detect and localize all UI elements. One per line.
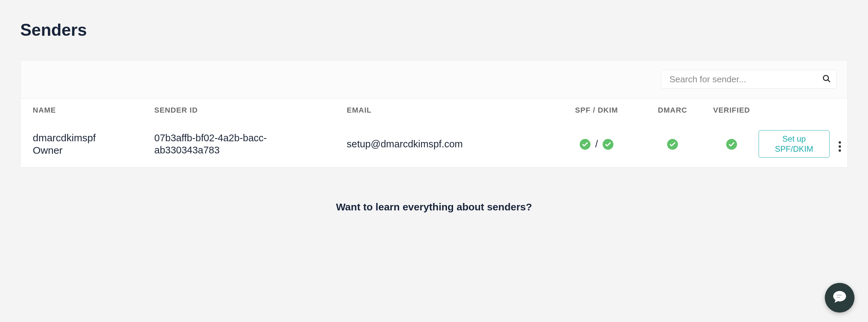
cell-verified: [705, 138, 759, 150]
col-header-email: EMAIL: [347, 106, 553, 115]
col-header-spfdkim: SPF / DKIM: [553, 106, 640, 115]
cell-name: dmarcdkimspf Owner: [33, 131, 154, 157]
check-circle-icon: [726, 139, 737, 150]
col-header-dmarc: DMARC: [640, 106, 705, 115]
table-header-row: NAME SENDER ID EMAIL SPF / DKIM DMARC VE…: [21, 98, 847, 122]
check-circle-icon: [603, 139, 613, 150]
col-header-verified: VERIFIED: [705, 106, 759, 115]
senders-card: NAME SENDER ID EMAIL SPF / DKIM DMARC VE…: [20, 60, 848, 168]
check-circle-icon: [667, 139, 678, 150]
sender-id-line: ab330343a783: [154, 144, 347, 156]
svg-rect-6: [837, 295, 842, 296]
cell-more: [830, 135, 848, 153]
learn-about-senders-link[interactable]: Want to learn everything about senders?: [20, 201, 848, 213]
table-row: dmarcdkimspf Owner 07b3affb-bf02-4a2b-ba…: [21, 122, 847, 167]
spf-dkim-separator: /: [595, 139, 598, 149]
cell-dmarc: [640, 138, 705, 150]
sender-role: Owner: [33, 144, 154, 157]
cell-email: setup@dmarcdkimspf.com: [347, 139, 553, 150]
search-wrap: [661, 70, 837, 89]
cell-action: Set up SPF/DKIM: [759, 130, 830, 158]
search-icon[interactable]: [822, 74, 831, 85]
chat-fab-button[interactable]: [825, 283, 854, 313]
svg-line-1: [828, 80, 830, 82]
page-title: Senders: [20, 20, 848, 40]
col-header-name: NAME: [33, 106, 154, 115]
svg-point-0: [823, 76, 828, 81]
search-input[interactable]: [661, 70, 837, 89]
cell-sender-id: 07b3affb-bf02-4a2b-bacc- ab330343a783: [154, 132, 347, 156]
svg-rect-7: [837, 297, 840, 298]
col-header-senderid: SENDER ID: [154, 106, 347, 115]
senders-table: NAME SENDER ID EMAIL SPF / DKIM DMARC VE…: [21, 98, 847, 167]
setup-spf-dkim-button[interactable]: Set up SPF/DKIM: [759, 130, 830, 158]
card-toolbar: [21, 60, 847, 98]
chat-bubble-icon: [832, 289, 848, 306]
cell-spf-dkim: /: [553, 138, 640, 150]
check-circle-icon: [580, 139, 590, 150]
sender-id-line: 07b3affb-bf02-4a2b-bacc-: [154, 132, 347, 144]
kebab-menu-icon[interactable]: [835, 140, 845, 153]
sender-name: dmarcdkimspf: [33, 131, 154, 144]
